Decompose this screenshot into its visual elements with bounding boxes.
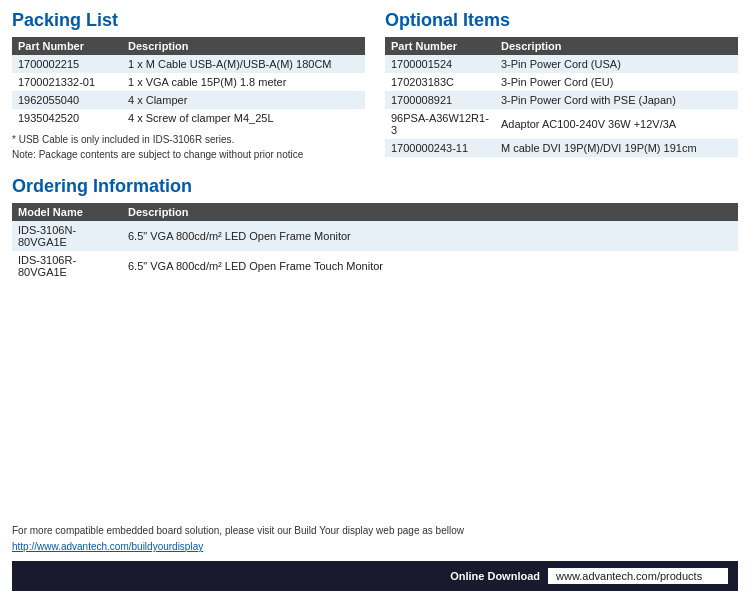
footer-text: For more compatible embedded board solut…	[12, 523, 738, 539]
ordering-info-title: Ordering Information	[12, 176, 738, 197]
optional-items-section: Optional Items Part Number Description 1…	[385, 10, 738, 162]
part-number: 1962055040	[12, 91, 122, 109]
description: 6.5" VGA 800cd/m² LED Open Frame Touch M…	[122, 251, 738, 281]
table-row: 1700000243-11M cable DVI 19P(M)/DVI 19P(…	[385, 139, 738, 157]
part-number: 1935042520	[12, 109, 122, 127]
optional-col-desc: Description	[495, 37, 738, 55]
description: 3-Pin Power Cord with PSE (Japan)	[495, 91, 738, 109]
description: 3-Pin Power Cord (EU)	[495, 73, 738, 91]
description: 1 x M Cable USB-A(M)/USB-A(M) 180CM	[122, 55, 365, 73]
online-download-label: Online Download	[450, 570, 540, 582]
packing-notes: * USB Cable is only included in IDS-3106…	[12, 132, 365, 162]
part-number: 170203183C	[385, 73, 495, 91]
description: M cable DVI 19P(M)/DVI 19P(M) 191cm	[495, 139, 738, 157]
ordering-info-section: Ordering Information Model Name Descript…	[12, 176, 738, 281]
packing-col-part: Part Number	[12, 37, 122, 55]
packing-list-table: Part Number Description 17000022151 x M …	[12, 37, 365, 127]
model-name: IDS-3106R-80VGA1E	[12, 251, 122, 281]
model-name: IDS-3106N-80VGA1E	[12, 221, 122, 251]
bottom-bar: Online Download www.advantech.com/produc…	[12, 561, 738, 591]
table-row: 17000022151 x M Cable USB-A(M)/USB-A(M) …	[12, 55, 365, 73]
part-number: 1700002215	[12, 55, 122, 73]
part-number: 1700021332-01	[12, 73, 122, 91]
part-number: 96PSA-A36W12R1-3	[385, 109, 495, 139]
table-row: IDS-3106R-80VGA1E6.5" VGA 800cd/m² LED O…	[12, 251, 738, 281]
part-number: 1700001524	[385, 55, 495, 73]
packing-list-section: Packing List Part Number Description 170…	[12, 10, 365, 162]
description: 4 x Clamper	[122, 91, 365, 109]
ordering-col-desc: Description	[122, 203, 738, 221]
table-row: 170203183C3-Pin Power Cord (EU)	[385, 73, 738, 91]
table-row: 96PSA-A36W12R1-3Adaptor AC100-240V 36W +…	[385, 109, 738, 139]
description: 4 x Screw of clamper M4_25L	[122, 109, 365, 127]
part-number: 1700000243-11	[385, 139, 495, 157]
table-row: 17000015243-Pin Power Cord (USA)	[385, 55, 738, 73]
packing-col-desc: Description	[122, 37, 365, 55]
table-row: 19350425204 x Screw of clamper M4_25L	[12, 109, 365, 127]
packing-list-title: Packing List	[12, 10, 365, 31]
description: 3-Pin Power Cord (USA)	[495, 55, 738, 73]
optional-col-part: Part Number	[385, 37, 495, 55]
ordering-col-model: Model Name	[12, 203, 122, 221]
table-row: 17000089213-Pin Power Cord with PSE (Jap…	[385, 91, 738, 109]
table-row: IDS-3106N-80VGA1E6.5" VGA 800cd/m² LED O…	[12, 221, 738, 251]
online-download-url: www.advantech.com/products	[548, 568, 728, 584]
footer-section: For more compatible embedded board solut…	[12, 513, 738, 561]
optional-items-table: Part Number Description 17000015243-Pin …	[385, 37, 738, 157]
description: 6.5" VGA 800cd/m² LED Open Frame Monitor	[122, 221, 738, 251]
description: Adaptor AC100-240V 36W +12V/3A	[495, 109, 738, 139]
description: 1 x VGA cable 15P(M) 1.8 meter	[122, 73, 365, 91]
ordering-info-table: Model Name Description IDS-3106N-80VGA1E…	[12, 203, 738, 281]
footer-url[interactable]: http://www.advantech.com/buildyourdispla…	[12, 541, 203, 552]
part-number: 1700008921	[385, 91, 495, 109]
optional-items-title: Optional Items	[385, 10, 738, 31]
table-row: 19620550404 x Clamper	[12, 91, 365, 109]
table-row: 1700021332-011 x VGA cable 15P(M) 1.8 me…	[12, 73, 365, 91]
